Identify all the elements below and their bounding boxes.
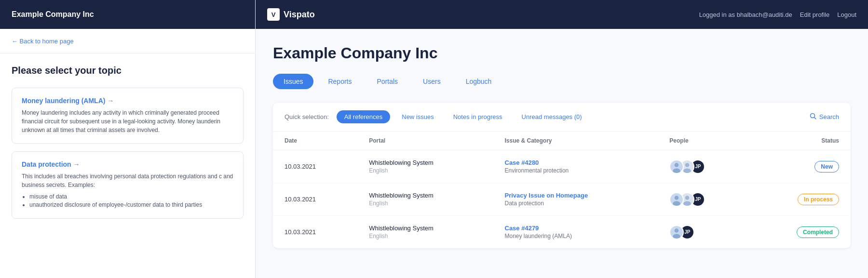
search-icon (810, 113, 816, 121)
page-title: Example Company Inc (273, 44, 851, 62)
list-item: unauthorized disclosure of employee-/cus… (29, 201, 233, 208)
topic-card-aml-title[interactable]: Money laundering (AMLA) → (22, 97, 233, 105)
case-link[interactable]: Privacy Issue on Homepage (505, 192, 647, 199)
topic-card-aml: Money laundering (AMLA) → Money launderi… (12, 88, 244, 144)
cell-status: Completed (749, 216, 851, 249)
svg-point-6 (675, 196, 679, 200)
topic-card-data-protection-title[interactable]: Data protection → (22, 160, 233, 168)
svg-point-2 (675, 163, 679, 167)
back-to-home-link[interactable]: ← Back to home page (12, 38, 74, 45)
svg-point-7 (673, 201, 681, 206)
tab-issues[interactable]: Issues (273, 74, 313, 89)
case-link[interactable]: Case #4279 (505, 225, 647, 232)
svg-point-10 (675, 228, 679, 233)
tabs-bar: Issues Reports Portals Users Logbuch (273, 74, 851, 89)
col-people: People (658, 132, 749, 150)
cell-date: 10.03.2021 (273, 216, 357, 249)
status-badge: New (814, 161, 839, 172)
cell-people: JP (658, 150, 749, 183)
topic-card-data-protection-text: This includes all breaches involving per… (22, 172, 233, 189)
cell-date: 10.03.2021 (273, 183, 357, 216)
portal-name: Whistleblowing System (369, 225, 481, 232)
topic-card-data-protection: Data protection → This includes all brea… (12, 151, 244, 219)
app-logo: V Vispato (267, 8, 315, 21)
search-label: Search (819, 113, 839, 120)
tab-logbuch[interactable]: Logbuch (455, 74, 502, 89)
portal-name: Whistleblowing System (369, 192, 481, 199)
quick-btn-new-issues[interactable]: New issues (394, 110, 441, 123)
svg-line-1 (814, 118, 816, 119)
sidebar-back-section: ← Back to home page (0, 29, 255, 53)
cell-portal: Whistleblowing System English (357, 150, 493, 183)
table-row: 10.03.2021 Whistleblowing System English… (273, 216, 851, 249)
cell-people: JP (658, 183, 749, 216)
avatars-group: JP (669, 159, 737, 174)
portal-lang: English (369, 200, 481, 207)
tab-portals[interactable]: Portals (366, 74, 409, 89)
col-portal: Portal (357, 132, 493, 150)
table-header: Date Portal Issue & Category People Stat… (273, 132, 851, 150)
sidebar-content: Please select your topic Money launderin… (0, 53, 255, 238)
table-row: 10.03.2021 Whistleblowing System English… (273, 150, 851, 183)
logout-link[interactable]: Logout (837, 11, 856, 18)
quick-btn-unread-messages[interactable]: Unread messages (0) (514, 110, 590, 123)
col-status: Status (749, 132, 851, 150)
logged-in-text: Logged in as bhalbach@auditi.de (699, 11, 792, 18)
col-date: Date (273, 132, 357, 150)
case-link[interactable]: Case #4280 (505, 159, 647, 166)
cell-date: 10.03.2021 (273, 150, 357, 183)
avatar (669, 159, 684, 174)
issues-table-card: Quick selection: All references New issu… (273, 103, 851, 248)
quick-selection-label: Quick selection: (285, 113, 329, 120)
svg-point-3 (673, 168, 681, 173)
cell-issue: Case #4280 Environmental protection (493, 150, 658, 183)
edit-profile-link[interactable]: Edit profile (800, 11, 829, 18)
quick-btn-all-references[interactable]: All references (337, 110, 390, 123)
tab-users[interactable]: Users (412, 74, 451, 89)
main-content: Example Company Inc Issues Reports Porta… (256, 29, 868, 278)
cell-portal: Whistleblowing System English (357, 183, 493, 216)
topic-card-data-protection-list: misuse of data unauthorized disclosure o… (29, 193, 233, 208)
case-category: Data protection (505, 200, 647, 207)
topic-card-aml-text: Money laundering includes any activity i… (22, 108, 233, 134)
topbar: V Vispato Logged in as bhalbach@auditi.d… (256, 0, 868, 29)
sidebar-company-name: Example Company Inc (12, 10, 94, 19)
list-item: misuse of data (29, 193, 233, 200)
portal-lang: English (369, 233, 481, 239)
avatar (669, 192, 684, 207)
status-badge: In process (798, 194, 839, 205)
tab-reports[interactable]: Reports (317, 74, 362, 89)
app-name: Vispato (284, 10, 315, 20)
quick-btn-notes-in-progress[interactable]: Notes in progress (446, 110, 510, 123)
col-issue-category: Issue & Category (493, 132, 658, 150)
cell-status: New (749, 150, 851, 183)
case-category: Money laundering (AMLA) (505, 233, 647, 239)
quick-selection-bar: Quick selection: All references New issu… (273, 103, 851, 132)
search-button[interactable]: Search (810, 113, 839, 121)
portal-name: Whistleblowing System (369, 159, 481, 166)
case-category: Environmental protection (505, 167, 647, 174)
cell-issue: Privacy Issue on Homepage Data protectio… (493, 183, 658, 216)
cell-issue: Case #4279 Money laundering (AMLA) (493, 216, 658, 249)
issues-table: Date Portal Issue & Category People Stat… (273, 132, 851, 248)
avatar (669, 225, 684, 239)
logo-icon: V (267, 8, 280, 21)
table-body: 10.03.2021 Whistleblowing System English… (273, 150, 851, 249)
svg-point-11 (673, 234, 681, 238)
svg-point-5 (684, 168, 692, 173)
avatars-group: JP (669, 225, 737, 239)
portal-lang: English (369, 167, 481, 174)
cell-people: JP (658, 216, 749, 249)
cell-status: In process (749, 183, 851, 216)
avatars-group: JP (669, 192, 737, 207)
status-badge: Completed (797, 226, 839, 238)
sidebar: Example Company Inc ← Back to home page … (0, 0, 256, 278)
svg-point-8 (685, 196, 690, 200)
svg-point-9 (684, 201, 692, 206)
topbar-right: Logged in as bhalbach@auditi.de Edit pro… (699, 11, 856, 18)
table-row: 10.03.2021 Whistleblowing System English… (273, 183, 851, 216)
svg-point-4 (685, 163, 690, 167)
select-topic-title: Please select your topic (12, 65, 244, 76)
sidebar-header: Example Company Inc (0, 0, 255, 29)
cell-portal: Whistleblowing System English (357, 216, 493, 249)
